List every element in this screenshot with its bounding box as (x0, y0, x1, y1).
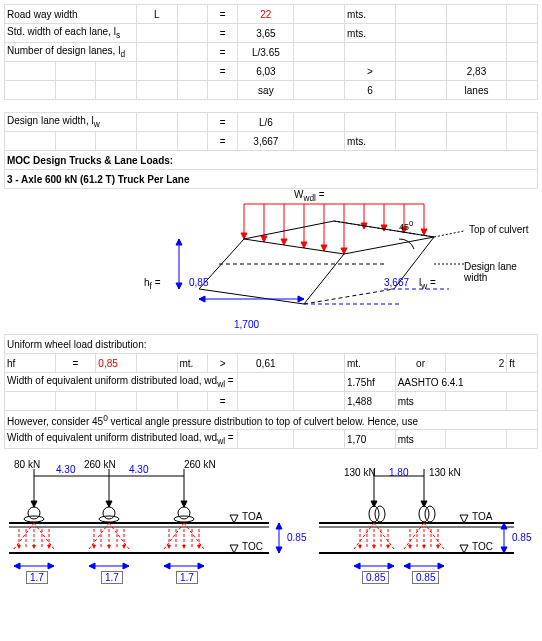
svg-marker-4 (261, 236, 267, 242)
numlanes-sayval: 6 (345, 81, 396, 100)
svg-line-23 (304, 254, 344, 304)
uwl-hf-cmpval: 0,61 (238, 354, 294, 373)
however-note: However, consider 450 vertical angle pre… (5, 411, 538, 430)
uwl-hf-val: 0,85 (96, 354, 137, 373)
numlanes-val: 6,03 (238, 62, 294, 81)
svg-line-25 (199, 289, 304, 304)
svg-marker-130 (422, 545, 426, 549)
h-0.85-left: 0.85 (287, 532, 306, 543)
svg-marker-92 (48, 563, 54, 569)
svg-marker-44 (181, 501, 187, 507)
svg-line-26 (304, 289, 394, 304)
numlanes-cmpval: 2,83 (446, 62, 507, 81)
svg-marker-81 (107, 545, 111, 549)
h-0.85-right: 0.85 (512, 532, 531, 543)
numlanes-label: Number of design lanes, ld (5, 43, 137, 62)
svg-marker-30 (176, 239, 182, 245)
svg-marker-129 (408, 545, 412, 549)
svg-marker-42 (106, 501, 112, 507)
stdwidth-label: Std. width of each lane, ls (5, 24, 137, 43)
span-0.85-b: 0.85 (412, 571, 439, 584)
svg-marker-98 (276, 523, 282, 529)
dlw-val: 3,667 (238, 132, 294, 151)
wdwl-ref: AASHTO 6.4.1 (395, 373, 537, 392)
topculvert-label: Top of culvert (469, 224, 528, 235)
load-80kn: 80 kN (14, 459, 40, 470)
wdwl-expr: 1.75hf (344, 373, 395, 392)
wdwl-val: 1,488 (344, 392, 395, 411)
svg-marker-16 (381, 225, 387, 231)
stdwidth-unit: mts. (345, 24, 396, 43)
bottom-dim: 1,700 (234, 319, 259, 330)
svg-marker-99 (276, 547, 282, 553)
uwl-title: Uniform wheel load distribution: (5, 335, 538, 354)
wwdl-label: Wwdl = (294, 189, 325, 203)
load-260kn-a: 260 kN (84, 459, 116, 470)
svg-marker-96 (198, 563, 204, 569)
svg-marker-137 (388, 563, 394, 569)
numlanes-cmp: > (345, 62, 396, 81)
toc-right: TOC (472, 541, 493, 552)
roadway-unit: mts. (345, 5, 396, 24)
eq: = (207, 392, 237, 411)
load-260kn-b: 260 kN (184, 459, 216, 470)
svg-marker-94 (123, 563, 129, 569)
wdwl2-label: Width of equivalent uniform distributed … (5, 430, 238, 449)
dlw-expr: L/6 (238, 113, 294, 132)
svg-marker-10 (321, 245, 327, 251)
svg-marker-31 (176, 283, 182, 289)
toa-left: TOA (242, 511, 262, 522)
svg-marker-133 (460, 545, 468, 553)
spacing-4.30-b: 4.30 (129, 464, 148, 475)
wdwl-unit: mts (395, 392, 446, 411)
wdwl2-val: 1,70 (344, 430, 395, 449)
svg-marker-136 (354, 563, 360, 569)
roadway-sym: L (136, 5, 177, 24)
eq: = (208, 132, 238, 151)
svg-marker-35 (199, 296, 205, 302)
span-1.7-c: 1.7 (176, 571, 198, 584)
dlw-diagram-label: Design lane width (464, 261, 538, 283)
uwl-hf-cmp: > (207, 354, 237, 373)
svg-line-37 (434, 231, 464, 237)
spacing-1.80: 1.80 (389, 467, 408, 478)
eq: = (208, 62, 238, 81)
span-0.85-a: 0.85 (362, 571, 389, 584)
dlw-label: Design lane width, lw (5, 113, 137, 132)
svg-marker-139 (438, 563, 444, 569)
load-130kn-b: 130 kN (429, 467, 461, 478)
svg-marker-80 (92, 545, 96, 549)
svg-point-104 (369, 506, 379, 522)
uwl-hf-cmpunit: mt. (344, 354, 395, 373)
uwl-ft-val: 2 (446, 354, 507, 373)
svg-marker-131 (436, 545, 440, 549)
svg-point-106 (419, 506, 429, 522)
svg-marker-91 (14, 563, 20, 569)
roadway-label: Road way width (5, 5, 137, 24)
svg-marker-132 (460, 515, 468, 523)
eq: = (208, 113, 238, 132)
angle-label: 450 (399, 219, 413, 232)
svg-marker-85 (197, 545, 201, 549)
wheel-load-diagram: 80 kN 4.30 260 kN 4.30 260 kN TOA TOC 0.… (4, 449, 538, 589)
svg-marker-36 (298, 296, 304, 302)
span-1.7-a: 1.7 (26, 571, 48, 584)
svg-marker-8 (301, 242, 307, 248)
svg-marker-20 (421, 229, 427, 235)
eq: = (208, 24, 238, 43)
svg-marker-138 (404, 563, 410, 569)
svg-marker-95 (164, 563, 170, 569)
svg-marker-84 (182, 545, 186, 549)
roadway-val: 22 (238, 5, 294, 24)
truck-lane-diagram: Wwdl = Top of culvert Design lane width … (4, 189, 538, 334)
uwl-hf-unit: mt. (177, 354, 207, 373)
numlanes-say: say (238, 81, 294, 100)
load-130kn-a: 130 kN (344, 467, 376, 478)
eq: = (208, 43, 238, 62)
toa-right: TOA (472, 511, 492, 522)
section2: 3 - Axle 600 kN (61.2 T) Truck Per Lane (5, 170, 538, 189)
lw-diagram-label: lw = (419, 277, 436, 291)
eq: = (55, 354, 96, 373)
svg-marker-79 (47, 545, 51, 549)
svg-point-47 (178, 507, 190, 519)
